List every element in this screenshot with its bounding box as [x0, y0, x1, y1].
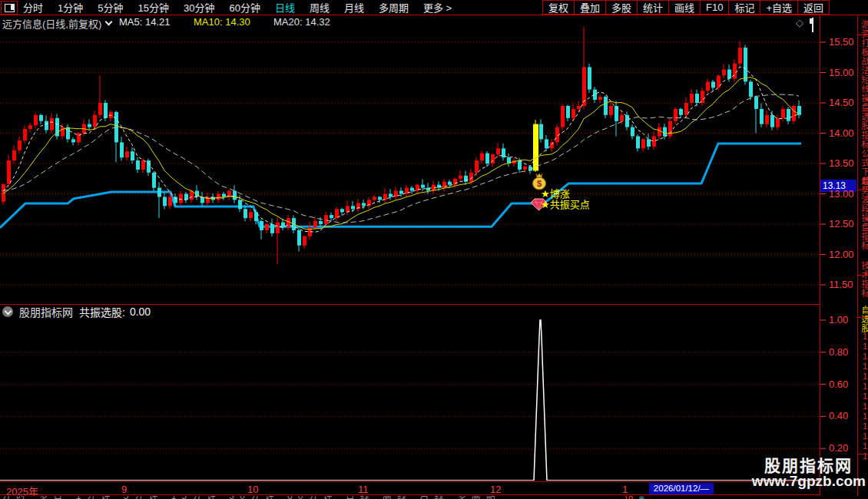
- right-strip-clipped-text-2: 技术指标: [860, 261, 868, 298]
- price-tick-label: 14.00: [829, 128, 854, 139]
- indicator-value: 0.00: [130, 306, 151, 318]
- watermark-site-url: www.7gpzb.com: [681, 474, 866, 489]
- right-strip-clipped-text-1: 趋势波段操盘指标: [860, 177, 868, 250]
- price-tick-label: 15.00: [829, 68, 854, 78]
- price-tick-label: 15.50: [829, 37, 854, 48]
- indicator-tick-label: 0.40: [829, 411, 848, 421]
- watermark-site-name: 股朋指标网: [681, 458, 853, 474]
- diamond-icon[interactable]: ◇: [796, 18, 803, 28]
- signal-label-1: ★共振买点: [541, 197, 590, 211]
- period-item-8[interactable]: 月线: [344, 0, 364, 15]
- price-tick-label: 14.50: [829, 97, 854, 108]
- split-window-icon: [812, 18, 813, 32]
- tool-item-5[interactable]: F10: [700, 0, 729, 15]
- date-tick-label: 11: [358, 484, 369, 495]
- split-window-icon: [5, 4, 15, 12]
- indicator-name-label: 共振选股:: [79, 304, 125, 319]
- date-tick-label: 12: [490, 484, 501, 495]
- period-item-7[interactable]: 周线: [310, 0, 330, 15]
- ma5-value: MA5: 14.21: [119, 16, 171, 28]
- app-window: $ 分时1分钟5分钟15分钟30分钟60分钟日线周线月线多周期更多 > 复权叠加…: [0, 0, 868, 499]
- price-tick-label: 13.00: [829, 189, 854, 200]
- date-tick-label: 10: [247, 484, 258, 495]
- period-item-5[interactable]: 60分钟: [229, 0, 260, 15]
- tool-item-7[interactable]: +自选: [760, 0, 798, 15]
- period-item-4[interactable]: 30分钟: [184, 0, 214, 15]
- period-item-2[interactable]: 5分钟: [98, 0, 123, 15]
- right-strip-clipped-text-4: 1111111111111: [860, 332, 868, 461]
- indicator-tick-label: 0.80: [829, 347, 848, 358]
- price-tick-label: 11.50: [829, 279, 853, 290]
- tools-menu: 复权叠加多股统计画线F10标记+自选返回: [543, 0, 830, 15]
- pane-icon[interactable]: [812, 18, 813, 32]
- bottom-fragment: ≡: [639, 496, 644, 499]
- ma10-value: MA10: 14.30: [194, 16, 250, 28]
- gridlines: [0, 42, 819, 448]
- tool-item-1[interactable]: 叠加: [574, 0, 606, 15]
- date-tick-label: 9: [121, 484, 127, 495]
- price-tick-label: 13.50: [829, 158, 854, 169]
- ma20-value: MA20: 14.32: [273, 16, 330, 28]
- indicator-tick-label: 1.00: [829, 315, 848, 326]
- tool-item-3[interactable]: 统计: [637, 0, 669, 15]
- tool-item-2[interactable]: 多股: [605, 0, 638, 15]
- period-item-9[interactable]: 多周期: [379, 0, 409, 15]
- symbol-title: 远方信息(日线,前复权): [2, 16, 101, 31]
- window-split-button[interactable]: [1, 1, 18, 15]
- right-strip-separator: [858, 275, 868, 276]
- chart-canvas[interactable]: $: [0, 0, 868, 499]
- tool-item-4[interactable]: 画线: [668, 0, 701, 15]
- indicator-source: 股朋指标网: [19, 304, 73, 319]
- tool-item-0[interactable]: 复权: [542, 0, 575, 15]
- axis-border-vertical: [820, 15, 820, 499]
- chevron-circle-icon[interactable]: [2, 306, 13, 317]
- price-tick-label: 12.00: [829, 250, 854, 260]
- signal-spike: [534, 320, 547, 481]
- right-strip-clipped-text-0: 游资打板战法短线操盘选股指标公式下载: [860, 20, 868, 186]
- period-item-0[interactable]: 分时: [23, 0, 43, 15]
- period-item-3[interactable]: 15分钟: [137, 0, 168, 15]
- right-strip-clipped-text-3: 自选股: [860, 306, 868, 333]
- right-strip-separator: [858, 454, 868, 454]
- bottom-fragment: 18: [624, 496, 633, 499]
- price-tick-label: 12.50: [829, 219, 854, 230]
- indicator-tick-label: 0.60: [829, 379, 848, 390]
- candles: [2, 27, 801, 264]
- right-strip-separator: [858, 190, 868, 190]
- period-item-10[interactable]: 更多 >: [423, 0, 452, 15]
- period-menu: 分时1分钟5分钟15分钟30分钟60分钟日线周线月线多周期更多 >: [23, 0, 452, 15]
- chart-info-bar: 远方信息(日线,前复权) MA5: 14.21 MA10: 14.30 MA20…: [0, 15, 868, 29]
- indicator-tick-label: 0.20: [829, 443, 848, 454]
- axis-ticks: [37, 42, 826, 485]
- period-toolbar: 分时1分钟5分钟15分钟30分钟60分钟日线周线月线多周期更多 > 复权叠加多股…: [0, 0, 868, 15]
- period-item-1[interactable]: 1分钟: [58, 0, 83, 15]
- date-tick-label: 1: [622, 484, 628, 495]
- tool-item-6[interactable]: 标记: [728, 0, 760, 15]
- period-item-6[interactable]: 日线: [275, 0, 295, 15]
- bottom-clipped-text: 分时 多日 1分钟 5分钟 15分钟 30分钟 60分钟 日线 周线 月线 多周…: [2, 496, 501, 499]
- right-strip-separator: [858, 317, 868, 318]
- bottom-clipped-row: 分时 多日 1分钟 5分钟 15分钟 30分钟 60分钟 日线 周线 月线 多周…: [0, 496, 868, 499]
- site-watermark: 股朋指标网 www.7gpzb.com: [681, 458, 866, 489]
- right-edge-clipped-panel[interactable]: 游资打板战法短线操盘选股指标公式下载趋势波段操盘指标技术指标自选股1111111…: [858, 15, 868, 499]
- indicator-header: 股朋指标网 共振选股: 0.00: [2, 306, 151, 318]
- tool-item-8[interactable]: 返回: [797, 0, 830, 15]
- right-strip-separator: [858, 35, 868, 35]
